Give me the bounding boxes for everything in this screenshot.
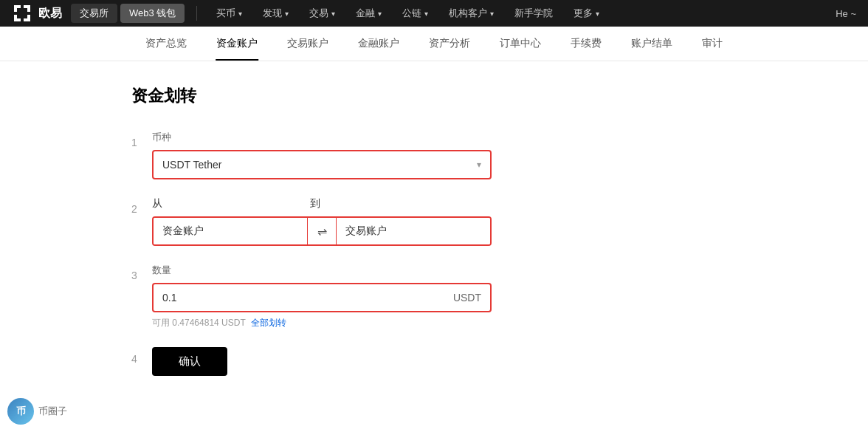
page-title: 资金划转 bbox=[131, 85, 737, 107]
chevron-down-icon: ▾ bbox=[331, 10, 335, 18]
main-content: 资金划转 1 币种 USDT Tether ▾ 2 从 到 资金账户 ⇌ bbox=[102, 61, 766, 417]
confirm-button[interactable]: 确认 bbox=[152, 347, 227, 376]
quantity-unit: USDT bbox=[453, 292, 481, 304]
watermark-icon: 币 bbox=[7, 398, 34, 417]
quantity-label: 数量 bbox=[152, 264, 737, 277]
to-label: 到 bbox=[310, 197, 320, 210]
step2-number: 2 bbox=[131, 197, 152, 215]
nav-menu-items: 买币 ▾ 发现 ▾ 交易 ▾ 金融 ▾ 公链 ▾ 机构客户 ▾ 新手学院 更多 … bbox=[206, 0, 836, 27]
subnav-statement[interactable]: 账户结单 bbox=[616, 27, 687, 61]
currency-select[interactable]: USDT Tether ▾ bbox=[152, 150, 492, 179]
step4-field: 确认 bbox=[152, 347, 737, 376]
chevron-down-icon: ▾ bbox=[238, 10, 242, 18]
menu-finance[interactable]: 金融 ▾ bbox=[345, 0, 392, 27]
watermark: 币 币圈子 bbox=[7, 398, 67, 417]
currency-value: USDT Tether bbox=[162, 159, 477, 171]
quantity-input-wrapper: USDT bbox=[152, 283, 492, 312]
step1-field: 币种 USDT Tether ▾ bbox=[152, 131, 737, 179]
currency-label: 币种 bbox=[152, 131, 737, 144]
menu-beginner[interactable]: 新手学院 bbox=[504, 0, 563, 27]
step3-section: 3 数量 USDT 可用 0.47464814 USDT 全部划转 bbox=[131, 264, 737, 329]
subnav-order-center[interactable]: 订单中心 bbox=[485, 27, 556, 61]
step3-number: 3 bbox=[131, 264, 152, 281]
nav-divider bbox=[196, 6, 197, 21]
logo-icon bbox=[12, 3, 32, 24]
sub-nav: 资产总览 资金账户 交易账户 金融账户 资产分析 订单中心 手续费 账户结单 审… bbox=[0, 27, 868, 61]
logo-text: 欧易 bbox=[38, 6, 62, 21]
menu-buy[interactable]: 买币 ▾ bbox=[206, 0, 252, 27]
available-amount: 可用 0.47464814 USDT bbox=[152, 318, 246, 328]
transfer-all-link[interactable]: 全部划转 bbox=[251, 318, 286, 328]
from-account[interactable]: 资金账户 bbox=[154, 218, 307, 244]
subnav-fund-account[interactable]: 资金账户 bbox=[202, 27, 272, 61]
web3-tab[interactable]: Web3 钱包 bbox=[120, 4, 185, 23]
exchange-tab[interactable]: 交易所 bbox=[71, 4, 117, 23]
subnav-fee[interactable]: 手续费 bbox=[556, 27, 616, 61]
subnav-trade-account[interactable]: 交易账户 bbox=[272, 27, 343, 61]
subnav-financial-account[interactable]: 金融账户 bbox=[343, 27, 414, 61]
watermark-text: 币圈子 bbox=[38, 405, 67, 417]
step4-section: 4 确认 bbox=[131, 347, 737, 376]
subnav-asset-analysis[interactable]: 资产分析 bbox=[414, 27, 485, 61]
available-text: 可用 0.47464814 USDT 全部划转 bbox=[152, 317, 737, 329]
swap-button[interactable]: ⇌ bbox=[307, 218, 337, 244]
swap-icon: ⇌ bbox=[317, 224, 327, 239]
svg-rect-5 bbox=[24, 8, 27, 12]
svg-rect-6 bbox=[17, 15, 21, 18]
menu-institutional[interactable]: 机构客户 ▾ bbox=[438, 0, 504, 27]
to-account[interactable]: 交易账户 bbox=[337, 218, 490, 244]
from-account-value: 资金账户 bbox=[162, 224, 204, 238]
chevron-down-icon: ▾ bbox=[424, 10, 428, 18]
user-label[interactable]: He ~ bbox=[836, 8, 856, 19]
step3-field: 数量 USDT 可用 0.47464814 USDT 全部划转 bbox=[152, 264, 737, 329]
quantity-input[interactable] bbox=[162, 292, 453, 304]
chevron-down-icon: ▾ bbox=[285, 10, 289, 18]
from-to-row: 资金账户 ⇌ 交易账户 bbox=[152, 216, 492, 246]
from-to-labels: 从 到 bbox=[152, 197, 737, 210]
step2-field: 从 到 资金账户 ⇌ 交易账户 bbox=[152, 197, 737, 246]
subnav-audit[interactable]: 审计 bbox=[687, 27, 737, 61]
step1-number: 1 bbox=[131, 131, 152, 148]
svg-rect-4 bbox=[17, 8, 21, 12]
top-nav: 欧易 交易所 Web3 钱包 买币 ▾ 发现 ▾ 交易 ▾ 金融 ▾ 公链 ▾ … bbox=[0, 0, 868, 27]
menu-trade[interactable]: 交易 ▾ bbox=[299, 0, 345, 27]
chevron-down-icon: ▾ bbox=[378, 10, 382, 18]
menu-discover[interactable]: 发现 ▾ bbox=[252, 0, 299, 27]
menu-more[interactable]: 更多 ▾ bbox=[563, 0, 610, 27]
from-label: 从 bbox=[152, 197, 162, 210]
subnav-asset-overview[interactable]: 资产总览 bbox=[131, 27, 202, 61]
svg-rect-7 bbox=[24, 15, 27, 18]
menu-chain[interactable]: 公链 ▾ bbox=[392, 0, 438, 27]
logo-area: 欧易 bbox=[12, 3, 62, 24]
step1-section: 1 币种 USDT Tether ▾ bbox=[131, 131, 737, 179]
chevron-down-icon: ▾ bbox=[477, 160, 481, 170]
chevron-down-icon: ▾ bbox=[596, 10, 599, 18]
step4-number: 4 bbox=[131, 347, 152, 365]
step2-section: 2 从 到 资金账户 ⇌ 交易账户 bbox=[131, 197, 737, 246]
chevron-down-icon: ▾ bbox=[490, 10, 494, 18]
to-account-value: 交易账户 bbox=[345, 224, 387, 238]
